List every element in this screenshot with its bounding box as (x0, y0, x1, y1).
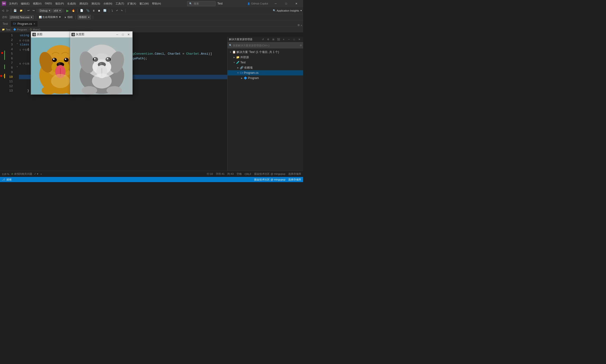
gutter-1[interactable] (0, 32, 4, 37)
window-title: Test (217, 2, 223, 5)
code-check[interactable]: ✓ ▾ (34, 172, 38, 175)
global-search-input[interactable]: 🔍 搜索 (187, 1, 216, 6)
menu-git[interactable]: Git(G) (43, 1, 53, 6)
save-button[interactable]: 💾 (13, 8, 18, 13)
se-settings-btn[interactable]: ≡ (281, 37, 286, 42)
save-all-button[interactable]: 📁 (19, 8, 23, 13)
se-search-options-icon[interactable]: ⊙ (300, 44, 302, 47)
close-button[interactable]: ✕ (292, 1, 301, 6)
pause-button[interactable]: ⏸ (91, 8, 96, 13)
se-maximize-btn[interactable]: □ (292, 37, 296, 42)
gutter-9[interactable] (0, 69, 4, 74)
gutter-8[interactable] (0, 65, 4, 69)
step-in-button[interactable]: ⤶ (115, 8, 119, 13)
gutter-7[interactable] (0, 60, 4, 65)
gutter-6[interactable] (0, 55, 4, 60)
status-left: ⎇ 就绪 (2, 178, 12, 182)
minimize-button[interactable]: ─ (271, 1, 280, 6)
fw-gray-minimize[interactable]: ─ (115, 32, 120, 37)
back-button[interactable]: ◁ (1, 8, 5, 13)
se-search-input[interactable] (233, 44, 299, 47)
maximize-button[interactable]: □ (281, 1, 291, 6)
menu-extensions[interactable]: 扩展(X) (126, 1, 138, 6)
fw-gray-maximize[interactable]: □ (121, 32, 125, 37)
tree-program-class[interactable]: ▶ 🔷 Program (228, 76, 303, 81)
restart-button[interactable]: 🔄 (102, 8, 108, 13)
gutter-3[interactable] (0, 41, 4, 46)
tree-program-cs[interactable]: ▼ C# Program.cs (228, 70, 303, 76)
tab-test[interactable]: Test (0, 21, 10, 27)
gutter-12[interactable] (0, 83, 4, 88)
tree-expand-program-class[interactable]: ▶ (240, 76, 244, 80)
gutter-13[interactable] (0, 88, 4, 92)
process-selector[interactable]: [25932] Test.exe ▼ (9, 15, 34, 19)
se-props-btn[interactable]: ⚙ (266, 37, 270, 42)
breadcrumb-method[interactable]: Main() (33, 28, 40, 31)
cs-file-icon: C# (13, 23, 16, 25)
solution-explorer-panel: 解决方案资源管理器 ↺ ⚙ ⊞ ⬛ ≡ ─ □ ✕ 🔍 ⊙ ▼ 📋 解决方案 '… (227, 37, 303, 171)
new-tab-icon[interactable]: + (301, 24, 302, 27)
new-file-button[interactable]: 📄 (79, 8, 84, 13)
redo-button[interactable]: ↪ (31, 8, 36, 13)
attach-button[interactable]: 📎 (85, 8, 90, 13)
tree-external[interactable]: ▶ 📁 外部源 (228, 55, 303, 60)
gutter-11[interactable] (0, 78, 4, 83)
debug-mode-dropdown[interactable]: Debug ▼ (39, 9, 52, 13)
menu-analyze[interactable]: 分析(N) (102, 1, 114, 6)
undo-button[interactable]: ↩ (27, 8, 30, 13)
gutter-4[interactable] (0, 46, 4, 51)
menu-test[interactable]: 测试(S) (90, 1, 102, 6)
lifecycle-item[interactable]: 📊 生命周期事件 ▼ (38, 15, 62, 19)
tree-solution-label: 解决方案 'Test' (1 个项目, 共 1 个) (236, 50, 279, 54)
settings-icon[interactable]: ⚙ (297, 24, 300, 27)
breadcrumb-project[interactable]: Test (6, 28, 10, 31)
menu-debug[interactable]: 调试(D) (78, 1, 90, 6)
menu-help[interactable]: 帮助(H) (151, 1, 162, 6)
tree-expand-test[interactable]: ▼ (232, 61, 236, 64)
thread-item[interactable]: ⏵ 线程 (63, 15, 74, 19)
github-copilot-label: GitHub Copilot (251, 2, 268, 5)
tree-deps[interactable]: ▶ 🔗 依赖项 (228, 65, 303, 70)
tree-test-project[interactable]: ▼ 🧪 Test (228, 60, 303, 65)
close-tab-button[interactable]: ✕ (33, 23, 35, 25)
se-collapse-btn[interactable]: ⬛ (276, 37, 281, 42)
tree-expand-deps[interactable]: ▶ (236, 66, 240, 69)
play-button[interactable]: ▶ (65, 8, 70, 13)
gutter-5[interactable] (0, 51, 4, 55)
no-error-icon: ⊘ (11, 172, 13, 175)
platform-dropdown[interactable]: x64 ▼ (53, 9, 62, 13)
se-sync-btn[interactable]: ↺ (261, 37, 265, 42)
menu-tools[interactable]: 工具(T) (114, 1, 125, 6)
zoom-level[interactable]: 118 % (2, 173, 9, 175)
breadcrumb-class[interactable]: Program (17, 28, 27, 31)
tree-expand-external[interactable]: ▶ (232, 55, 236, 59)
no-error-label: 未找到相关问题 (14, 172, 32, 176)
step-out-button[interactable]: ⤷ (120, 8, 124, 13)
gutter-2[interactable] (0, 37, 4, 42)
git-label[interactable]: 选择存储库 (288, 172, 301, 176)
menu-build[interactable]: 生成(B) (66, 1, 77, 6)
menu-edit[interactable]: 编辑(E) (19, 1, 31, 6)
se-minimize-btn[interactable]: ─ (287, 37, 291, 42)
status-git-label[interactable]: 选择存储库 (288, 178, 301, 182)
step-over-button[interactable]: ⤵ (110, 8, 114, 13)
menu-window[interactable]: 窗口(W) (138, 1, 150, 6)
application-insights-section[interactable]: 🔍 Application Insights ▼ (273, 9, 302, 12)
tree-solution[interactable]: ▼ 📋 解决方案 'Test' (1 个项目, 共 1 个) (228, 50, 303, 55)
gutter-10[interactable]: ⇒ (0, 74, 4, 78)
menu-project[interactable]: 项目(P) (54, 1, 65, 6)
hot-reload-button[interactable]: 🔥 (71, 8, 76, 13)
menu-file[interactable]: 文件(F) (8, 1, 19, 6)
tree-expand-solution[interactable]: ▼ (229, 50, 232, 54)
callstack-selector[interactable]: 维栈转 ▼ (78, 15, 91, 19)
forward-button[interactable]: ▷ (6, 8, 10, 13)
tree-expand-program-cs[interactable]: ▼ (236, 71, 240, 75)
stop-button[interactable]: ⏹ (97, 8, 101, 13)
svg-point-11 (65, 58, 66, 60)
fw-gray-close[interactable]: ✕ (126, 32, 131, 37)
se-filter-btn[interactable]: ⊞ (271, 37, 276, 42)
error-status[interactable]: ⊘ 未找到相关问题 (11, 172, 32, 176)
tab-program-cs[interactable]: C# Program.cs ✕ (10, 21, 38, 27)
se-close-btn[interactable]: ✕ (297, 37, 302, 42)
menu-view[interactable]: 视图(V) (31, 1, 43, 6)
